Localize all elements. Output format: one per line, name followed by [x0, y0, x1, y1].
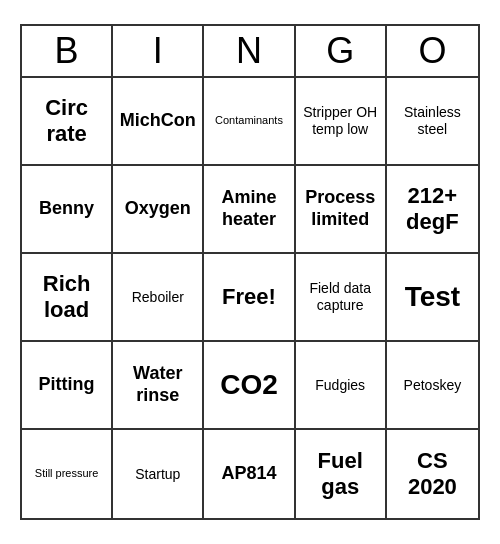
header-letter: I — [113, 26, 204, 76]
bingo-cell: Petoskey — [387, 342, 478, 430]
bingo-grid: Circ rateMichConContaminantsStripper OH … — [22, 78, 478, 518]
bingo-cell: CS 2020 — [387, 430, 478, 518]
bingo-cell: MichCon — [113, 78, 204, 166]
bingo-cell: Stainless steel — [387, 78, 478, 166]
bingo-cell: Benny — [22, 166, 113, 254]
bingo-cell: Pitting — [22, 342, 113, 430]
bingo-cell: Field data capture — [296, 254, 387, 342]
bingo-cell: Oxygen — [113, 166, 204, 254]
bingo-cell: CO2 — [204, 342, 295, 430]
bingo-cell: 212+ degF — [387, 166, 478, 254]
bingo-cell: Process limited — [296, 166, 387, 254]
bingo-cell: Amine heater — [204, 166, 295, 254]
bingo-cell: Free! — [204, 254, 295, 342]
bingo-cell: Reboiler — [113, 254, 204, 342]
header-letter: G — [296, 26, 387, 76]
bingo-cell: Water rinse — [113, 342, 204, 430]
bingo-header: BINGO — [22, 26, 478, 78]
bingo-cell: Test — [387, 254, 478, 342]
header-letter: O — [387, 26, 478, 76]
bingo-cell: Circ rate — [22, 78, 113, 166]
bingo-cell: Rich load — [22, 254, 113, 342]
bingo-cell: Contaminants — [204, 78, 295, 166]
header-letter: B — [22, 26, 113, 76]
header-letter: N — [204, 26, 295, 76]
bingo-cell: Startup — [113, 430, 204, 518]
bingo-cell: AP814 — [204, 430, 295, 518]
bingo-cell: Still pressure — [22, 430, 113, 518]
bingo-cell: Stripper OH temp low — [296, 78, 387, 166]
bingo-cell: Fuel gas — [296, 430, 387, 518]
bingo-card: BINGO Circ rateMichConContaminantsStripp… — [20, 24, 480, 520]
bingo-cell: Fudgies — [296, 342, 387, 430]
